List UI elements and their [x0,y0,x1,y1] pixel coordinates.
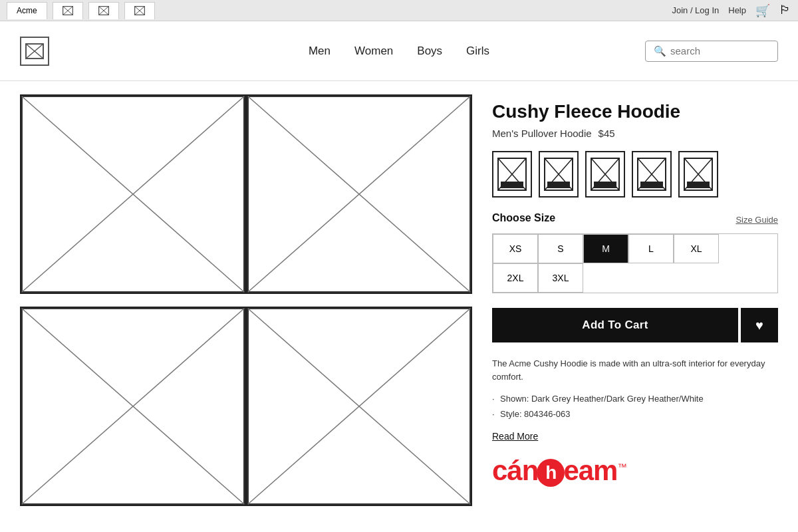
help-link[interactable]: Help [728,5,746,15]
browser-chrome: Acme Join / Log In Help 🛒 🏳 [0,0,798,21]
site-logo[interactable] [20,37,49,66]
svg-rect-27 [501,182,523,188]
brand-name-text: cánheam [492,455,617,486]
cart-row: Add To Cart ♥ [492,308,778,342]
size-m[interactable]: M [583,234,628,263]
nav-boys[interactable]: Boys [417,45,442,58]
read-more-link[interactable]: Read More [492,431,538,442]
detail-item-2: Style: 804346-063 [492,406,778,422]
product-details-list: Shown: Dark Grey Heather/Dark Grey Heath… [492,391,778,422]
brand-logo: cánheam™ [492,455,778,487]
tab-image-icon-2 [63,6,73,15]
size-guide-link[interactable]: Size Guide [735,215,778,225]
search-box[interactable]: 🔍 [645,41,778,62]
tab-label: Acme [17,6,37,15]
trademark-symbol: ™ [617,462,626,472]
gallery-image-4[interactable] [246,307,472,506]
tab-3[interactable] [88,2,119,19]
product-title: Cushy Fleece Hoodie [492,101,778,122]
thumbnail-4[interactable] [632,151,672,198]
tab-image-icon-3 [98,6,109,15]
size-l[interactable]: L [628,234,674,263]
gallery-image-2[interactable] [246,94,472,294]
cart-icon[interactable]: 🛒 [755,3,770,18]
choose-size-label: Choose Size [492,212,555,224]
tab-acme[interactable]: Acme [7,2,47,19]
detail-item-1: Shown: Dark Grey Heather/Dark Grey Heath… [492,391,778,406]
product-price: $45 [598,128,615,139]
size-guide-row: Choose Size Size Guide [492,212,778,227]
thumbnail-2[interactable] [539,151,579,198]
flag-icon[interactable]: 🏳 [779,3,791,17]
product-info: Cushy Fleece Hoodie Men's Pullover Hoodi… [492,94,778,519]
size-2xl[interactable]: 2XL [493,263,538,293]
product-subtitle: Men's Pullover Hoodie $45 [492,128,778,139]
logo-image-icon [25,43,44,59]
size-s[interactable]: S [538,234,583,263]
product-description: The Acme Cushy Hoodie is made with an ul… [492,357,778,383]
size-xl[interactable]: XL [674,234,719,263]
thumbnail-1[interactable] [492,151,532,198]
browser-top-right: Join / Log In Help 🛒 🏳 [672,3,791,18]
nav-women[interactable]: Women [354,45,393,58]
size-3xl[interactable]: 3XL [538,263,583,293]
search-icon: 🔍 [654,45,666,57]
thumbnail-5[interactable] [678,151,718,198]
svg-rect-43 [687,182,710,188]
nav-men[interactable]: Men [309,45,331,58]
product-category: Men's Pullover Hoodie [492,128,592,139]
site-header: Men Women Boys Girls 🔍 [0,21,798,81]
wishlist-button[interactable]: ♥ [741,308,778,342]
product-gallery [20,94,472,519]
site-nav: Men Women Boys Girls [309,45,489,58]
svg-rect-39 [640,182,663,188]
gallery-image-3[interactable] [20,307,246,506]
thumbnail-3[interactable] [585,151,625,198]
add-to-cart-button[interactable]: Add To Cart [492,308,738,342]
main-content: Cushy Fleece Hoodie Men's Pullover Hoodi… [0,81,798,532]
nav-girls[interactable]: Girls [466,45,489,58]
size-grid: XS S M L XL 2XL 3XL [492,233,778,293]
heart-icon: ♥ [755,318,763,333]
svg-rect-35 [594,182,616,188]
search-input[interactable] [670,45,769,57]
tab-2[interactable] [53,2,83,19]
size-xs[interactable]: XS [493,234,538,263]
thumbnail-row [492,151,778,198]
join-login-link[interactable]: Join / Log In [672,5,719,15]
svg-rect-31 [547,182,570,188]
brand-o-circle: h [537,459,565,487]
tab-4[interactable] [124,2,155,19]
gallery-image-1[interactable] [20,94,246,294]
tab-image-icon-4 [134,6,145,15]
